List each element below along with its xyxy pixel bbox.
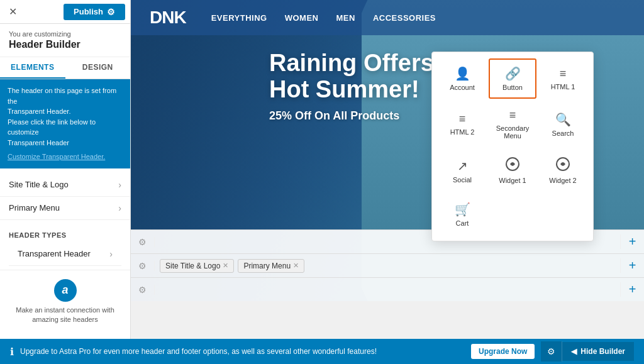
widget-item-social[interactable]: ↗ Social xyxy=(438,150,486,192)
upgrade-now-button[interactable]: Upgrade Now xyxy=(471,344,535,359)
widget-item-html1[interactable]: ≡ HTML 1 xyxy=(539,58,587,99)
bottom-bar-text: Upgrade to Astra Pro for even more heade… xyxy=(20,347,465,356)
header-types-label: HEADER TYPES xyxy=(9,231,121,239)
astra-logo-text: a xyxy=(62,284,68,297)
header-types-section: HEADER TYPES Transparent Header › xyxy=(0,225,130,270)
customizing-label: You are customizing xyxy=(9,30,121,38)
sidebar-item-label: Primary Menu xyxy=(9,203,60,212)
builder-row-1-gear[interactable]: ⚙ xyxy=(131,237,155,247)
search-icon: 🔍 xyxy=(555,112,571,127)
sidebar-item-label: Transparent Header xyxy=(18,249,91,258)
publish-button[interactable]: Publish ⚙ xyxy=(64,4,125,20)
sticky-header-row[interactable]: ✓ Sticky header xyxy=(0,333,130,339)
close-button[interactable]: ✕ xyxy=(5,4,21,19)
nav-item-everything[interactable]: EVERYTHING xyxy=(211,13,267,23)
widget-label: Button xyxy=(502,84,523,91)
site-header: DNK EVERYTHING WOMEN MEN ACCESSORIES xyxy=(131,0,644,35)
publish-label: Publish xyxy=(74,7,103,16)
builder-row-2-add[interactable]: + xyxy=(620,258,644,273)
widget-label: Secondary Menu xyxy=(494,124,531,140)
widget-label: Widget 1 xyxy=(499,177,526,184)
html1-icon: ≡ xyxy=(560,67,567,80)
builder-tag-primary-menu[interactable]: Primary Menu ✕ xyxy=(238,259,304,273)
tab-design[interactable]: DESIGN xyxy=(65,57,131,79)
widget1-icon xyxy=(506,157,519,174)
builder-row-1-add[interactable]: + xyxy=(620,234,644,249)
widget-item-secondary-menu[interactable]: ≡ Secondary Menu xyxy=(489,101,536,147)
hide-builder-button[interactable]: ◀ Hide Builder xyxy=(562,342,634,361)
cart-icon: 🛒 xyxy=(455,202,470,217)
button-icon: 🔗 xyxy=(505,66,521,81)
sidebar: ✕ Publish ⚙ You are customizing Header B… xyxy=(0,0,131,339)
builder-row-3-gear[interactable]: ⚙ xyxy=(131,285,155,295)
sidebar-bottom-section: a Make an instant connection withamazing… xyxy=(0,270,130,334)
site-navigation: EVERYTHING WOMEN MEN ACCESSORIES xyxy=(211,13,436,23)
chevron-right-icon: › xyxy=(118,180,121,190)
html2-icon: ≡ xyxy=(459,113,466,126)
widget-label: Widget 2 xyxy=(549,177,576,184)
builder-tag-label: Site Title & Logo xyxy=(165,262,220,270)
widget-item-cart[interactable]: 🛒 Cart xyxy=(438,194,486,234)
widget-item-button[interactable]: 🔗 Button xyxy=(489,58,536,99)
sidebar-item-site-title-logo[interactable]: Site Title & Logo › xyxy=(0,174,130,197)
sidebar-item-label: Site Title & Logo xyxy=(9,180,69,189)
builder-row-3-add[interactable]: + xyxy=(620,282,644,297)
bottom-bar: ℹ Upgrade to Astra Pro for even more hea… xyxy=(0,339,644,364)
widget-picker: 👤 Account 🔗 Button ≡ HTML 1 ≡ HTML 2 ≡ xyxy=(431,52,594,241)
hide-builder-label: Hide Builder xyxy=(580,347,625,356)
social-icon: ↗ xyxy=(457,158,468,174)
widget-item-widget2[interactable]: Widget 2 xyxy=(539,150,587,192)
builder-row-3: ⚙ + xyxy=(131,277,644,301)
builder-tag-close-icon[interactable]: ✕ xyxy=(223,262,228,270)
builder-row-2-gear[interactable]: ⚙ xyxy=(131,261,155,271)
customize-transparent-header-link[interactable]: Customize Transparent Header. xyxy=(8,152,123,162)
sidebar-bottom-desc: Make an instant connection withamazing s… xyxy=(9,306,121,325)
builder-tag-label: Primary Menu xyxy=(243,262,291,270)
widget-label: Search xyxy=(552,130,574,137)
widget-label: HTML 1 xyxy=(551,83,575,91)
customizing-title: Header Builder xyxy=(9,39,121,50)
arrow-icon: ◀ xyxy=(571,347,577,356)
chevron-right-icon: › xyxy=(118,203,121,213)
astra-logo: a xyxy=(54,279,77,302)
sidebar-tabs: ELEMENTS DESIGN xyxy=(0,57,130,79)
settings-icon: ⚙ xyxy=(107,7,115,17)
builder-row-2: ⚙ Site Title & Logo ✕ Primary Menu ✕ + xyxy=(131,253,644,277)
sidebar-item-transparent-header[interactable]: Transparent Header › xyxy=(9,243,121,266)
widget-item-widget1[interactable]: Widget 1 xyxy=(489,150,536,192)
builder-row-2-content: Site Title & Logo ✕ Primary Menu ✕ xyxy=(155,259,620,273)
info-box: The header on this page is set from theT… xyxy=(0,79,130,168)
widget-label: HTML 2 xyxy=(450,128,475,136)
nav-item-men[interactable]: MEN xyxy=(336,13,355,23)
nav-item-accessories[interactable]: ACCESSORIES xyxy=(373,13,436,23)
site-logo: DNK xyxy=(150,8,186,28)
widget-item-search[interactable]: 🔍 Search xyxy=(539,101,587,147)
preview-area: DNK EVERYTHING WOMEN MEN ACCESSORIES Rai… xyxy=(131,0,644,339)
sidebar-top-bar: ✕ Publish ⚙ xyxy=(0,0,130,24)
account-icon: 👤 xyxy=(455,66,470,81)
widget-label: Social xyxy=(453,176,472,184)
nav-item-women[interactable]: WOMEN xyxy=(285,13,319,23)
widget-item-html2[interactable]: ≡ HTML 2 xyxy=(438,101,486,147)
chevron-right-icon: › xyxy=(109,249,113,259)
sidebar-items: Site Title & Logo › Primary Menu › xyxy=(0,168,130,225)
info-box-text: The header on this page is set from theT… xyxy=(8,87,116,146)
builder-tag-site-title[interactable]: Site Title & Logo ✕ xyxy=(160,259,234,273)
builder-tag-close-icon[interactable]: ✕ xyxy=(293,262,299,270)
customizing-info: You are customizing Header Builder xyxy=(0,24,130,57)
bottom-right-buttons: ⚙ ◀ Hide Builder xyxy=(541,341,634,361)
widget-label: Account xyxy=(450,84,475,91)
sidebar-item-primary-menu[interactable]: Primary Menu › xyxy=(0,197,130,220)
secondary-menu-icon: ≡ xyxy=(509,109,516,122)
widget-label: Cart xyxy=(456,219,469,227)
info-icon: ℹ xyxy=(10,346,14,358)
widget-item-account[interactable]: 👤 Account xyxy=(438,58,486,99)
bottom-gear-button[interactable]: ⚙ xyxy=(541,341,562,361)
widget2-icon xyxy=(556,157,570,174)
tab-elements[interactable]: ELEMENTS xyxy=(0,57,65,79)
